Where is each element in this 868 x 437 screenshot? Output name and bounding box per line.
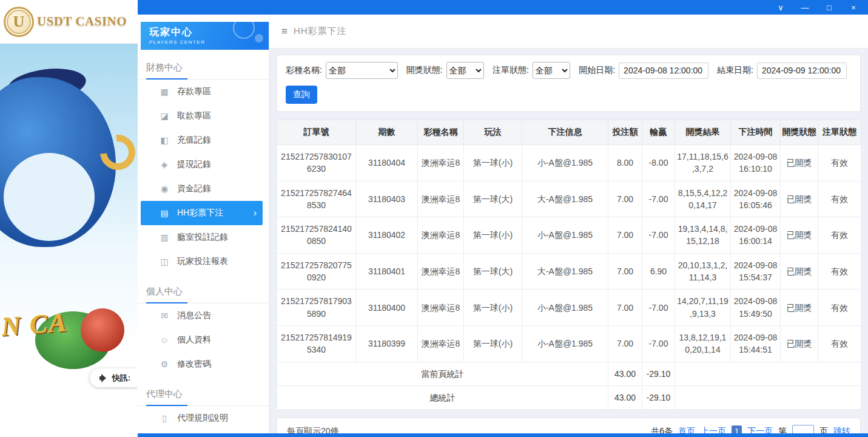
minimize-button[interactable]: — xyxy=(800,4,810,12)
sidebar-item-deposit[interactable]: ▦存款專區 xyxy=(141,80,263,104)
page-summary-row: 當前頁統計43.00-29.10 xyxy=(277,362,861,385)
cashout-icon: ◈ xyxy=(159,160,170,169)
cell-bet: 8.00 xyxy=(608,145,642,181)
summary-bet-total: 43.00 xyxy=(608,385,642,409)
cell-order: 2152172578301076230 xyxy=(277,145,356,181)
message-icon: ✉ xyxy=(159,311,170,320)
lottery-name-label: 彩種名稱: xyxy=(286,65,322,76)
section-title: 財務中心 xyxy=(138,56,269,80)
sidebar-item-label: 存款專區 xyxy=(177,86,211,97)
table-row: 215217257824140085031180402澳洲幸运8第一球(小)小-… xyxy=(277,217,861,254)
cell-order-status: 有效 xyxy=(818,325,861,362)
sidebar-item-recharge[interactable]: ◧充值記錄 xyxy=(141,128,263,152)
sidebar-item-message[interactable]: ✉消息公告 xyxy=(141,303,263,328)
window-bottom-frame xyxy=(138,433,868,437)
cell-order: 2152172578274648530 xyxy=(277,181,356,217)
page-size-text: 每頁顯示20條 xyxy=(287,426,339,433)
pagination-bar: 每頁顯示20條 共6条 首页 上一页 1 下一页 第 页 跳转 xyxy=(277,418,861,433)
cell-order: 2152172578241400850 xyxy=(277,217,356,254)
cell-info: 小-A盤@1.985 xyxy=(522,145,608,181)
cell-period: 31180400 xyxy=(356,290,418,326)
cell-draw-status: 已開獎 xyxy=(781,290,818,326)
sidebar-sections: 財務中心▦存款專區◪取款專區◧充值記錄◈提現記錄◉資金記錄▤HH彩票下注›▥廳室… xyxy=(138,56,269,430)
sidebar-item-user[interactable]: ☺個人資料 xyxy=(141,328,263,352)
column-header: 開獎狀態 xyxy=(781,120,818,145)
jump-prefix-label: 第 xyxy=(778,426,787,433)
cell-order-status: 有效 xyxy=(818,253,861,290)
cell-time: 2024-09-08 15:49:50 xyxy=(731,290,781,326)
promo-artwork: N CA 快訊: xyxy=(0,44,138,437)
news-ticker-label: 快訊: xyxy=(112,373,130,384)
sidebar-section: 代理中心▯代理規則說明 xyxy=(138,382,269,430)
cell-play: 第一球(小) xyxy=(464,290,522,326)
chevron-down-icon[interactable]: ∨ xyxy=(776,4,786,12)
order-status-select[interactable]: 全部 xyxy=(533,62,570,79)
window-titlebar: ∨ — □ × xyxy=(138,0,868,15)
sidebar-item-label: 個人資料 xyxy=(177,334,211,345)
maximize-button[interactable]: □ xyxy=(824,4,834,12)
cell-bet: 7.00 xyxy=(608,217,642,254)
next-page-link[interactable]: 下一页 xyxy=(747,426,773,433)
total-count-text: 共6条 xyxy=(651,426,673,433)
cell-result: 14,20,7,11,19,9,13,3 xyxy=(675,290,731,326)
sidebar-item-cashout[interactable]: ◈提現記錄 xyxy=(141,152,263,177)
lottery-name-select[interactable]: 全部 xyxy=(326,62,398,79)
left-art-panel: U USDT CASINO N CA 快訊: xyxy=(0,0,138,437)
sidebar-item-withdraw[interactable]: ◪取款專區 xyxy=(141,104,263,128)
current-page-indicator[interactable]: 1 xyxy=(732,425,742,433)
jump-page-input[interactable] xyxy=(792,425,814,433)
cell-win: -7.00 xyxy=(642,181,675,217)
cell-draw-status: 已開獎 xyxy=(781,253,818,290)
section-title: 個人中心 xyxy=(138,280,269,303)
sidebar-item-report[interactable]: ◫玩家投注報表 xyxy=(141,249,263,274)
sidebar-header: 玩家中心 PLAYERS CENTER xyxy=(141,22,269,50)
sidebar-item-funds[interactable]: ◉資金記錄 xyxy=(141,177,263,201)
cell-play: 第一球(大) xyxy=(464,253,522,290)
cell-play: 第一球(小) xyxy=(464,325,522,362)
main-content: 彩種名稱: 全部 開獎狀態: 全部 注單狀態: 全部 開始日期: 結束日期: 查… xyxy=(269,49,868,433)
sidebar-item-label: 取款專區 xyxy=(177,110,211,121)
cell-result: 20,10,13,1,2,11,14,3 xyxy=(675,253,731,290)
end-date-input[interactable] xyxy=(757,63,847,79)
cell-period: 31180402 xyxy=(356,217,418,254)
sidebar-item-lottery[interactable]: ▤HH彩票下注› xyxy=(141,201,263,225)
recharge-icon: ◧ xyxy=(159,135,170,145)
draw-status-select[interactable]: 全部 xyxy=(446,62,484,79)
chevron-right-icon: › xyxy=(254,208,257,218)
summary-label: 總統計 xyxy=(277,385,608,409)
sidebar-item-room[interactable]: ▥廳室投註記錄 xyxy=(141,225,263,249)
cell-time: 2024-09-08 16:05:46 xyxy=(731,181,781,217)
cell-win: -8.00 xyxy=(642,145,675,181)
cell-time: 2024-09-08 16:00:14 xyxy=(731,217,781,254)
start-date-input[interactable] xyxy=(619,63,708,79)
cell-lottery: 澳洲幸运8 xyxy=(418,290,464,326)
query-button[interactable]: 查詢 xyxy=(286,86,317,104)
sidebar-item-password[interactable]: ⚙修改密碼 xyxy=(141,352,263,376)
jump-button[interactable]: 跳转 xyxy=(833,426,850,433)
funds-icon: ◉ xyxy=(159,184,170,194)
cell-result: 13,8,12,19,10,20,1,14 xyxy=(675,325,731,362)
news-ticker-button[interactable]: 快訊: xyxy=(90,368,138,387)
brand-name: USDT CASINO xyxy=(37,14,127,29)
total-summary-row: 總統計43.00-29.10 xyxy=(277,385,861,409)
prev-page-link[interactable]: 上一页 xyxy=(701,426,726,433)
cell-bet: 7.00 xyxy=(608,325,642,362)
end-date-label: 結束日期: xyxy=(717,65,753,76)
sidebar-item-label: 代理規則說明 xyxy=(177,413,228,424)
withdraw-icon: ◪ xyxy=(159,111,170,121)
summary-bet-total: 43.00 xyxy=(608,362,642,385)
agent-doc-icon: ▯ xyxy=(159,413,170,423)
close-button[interactable]: × xyxy=(849,4,858,12)
table-body: 215217257830107623031180404澳洲幸运8第一球(小)小-… xyxy=(277,145,861,410)
menu-icon[interactable]: ≡ xyxy=(281,25,288,38)
summary-win-total: -29.10 xyxy=(642,362,675,385)
cell-period: 31180403 xyxy=(356,181,418,217)
sidebar-item-label: 提現記錄 xyxy=(177,159,211,170)
first-page-link[interactable]: 首页 xyxy=(678,426,695,433)
sidebar-item-agent-doc[interactable]: ▯代理規則說明 xyxy=(141,406,263,430)
cell-order-status: 有效 xyxy=(818,145,861,181)
app-window: U USDT CASINO N CA 快訊: ∨ — □ × 玩家中心 xyxy=(0,0,868,437)
order-status-label: 注單狀態: xyxy=(493,65,529,76)
filter-row: 彩種名稱: 全部 開獎狀態: 全部 注單狀態: 全部 開始日期: 結束日期: xyxy=(286,62,852,79)
column-header: 期數 xyxy=(356,120,418,145)
